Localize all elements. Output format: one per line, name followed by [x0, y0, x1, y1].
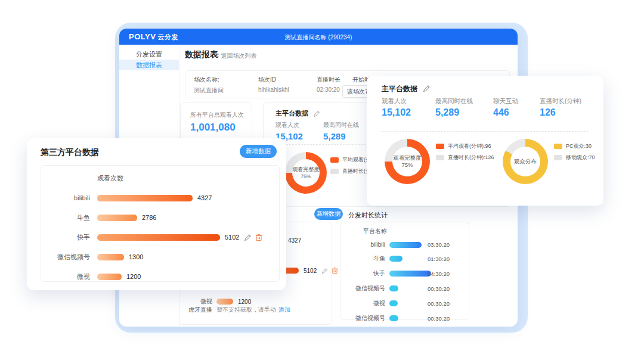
huya-add-link[interactable]: 添加 [278, 306, 290, 314]
total-viewers-label: 所有平台总观看人次 [190, 111, 244, 119]
platform-name-header: 平台名称 [363, 227, 387, 235]
delete-icon[interactable] [332, 267, 338, 274]
delete-icon[interactable] [255, 234, 262, 241]
divider [382, 131, 589, 132]
bar-track [389, 271, 428, 277]
stat-value: 446 [493, 107, 540, 118]
bar-track [389, 256, 428, 262]
stat-label: 观看人次 [275, 121, 323, 129]
bar [389, 285, 398, 291]
bar-row: 快手 5102 [41, 234, 279, 241]
legend-item: 移动观众:70 [554, 154, 595, 162]
platform-label: 微信视频号 [340, 314, 385, 322]
legend-swatch [436, 155, 444, 160]
bar [97, 234, 220, 241]
bar-value: 4327 [288, 237, 301, 244]
duration-row: 斗鱼 01:30:20 [340, 254, 469, 263]
duration-row: 微信视频号 00:30:20 [340, 284, 469, 293]
bar [389, 300, 398, 306]
platform-label: 微信视频号 [41, 253, 90, 262]
bar [97, 215, 137, 221]
bar-row: 斗鱼 2786 [41, 214, 279, 221]
legend-swatch [330, 157, 339, 163]
bar-value: 1300 [129, 253, 143, 260]
main-platform-card-title: 主平台数据 [275, 109, 308, 118]
live-duration-label: 直播时长 [317, 76, 340, 84]
back-to-session-list-link[interactable]: < 返回场次列表 [216, 52, 257, 60]
bar [97, 195, 193, 201]
duration-section-title: 分发时长统计 [348, 211, 388, 220]
duration-row: 快手 04:30:20 [340, 269, 469, 278]
bar-value: 5102 [304, 268, 317, 274]
huya-label: 虎牙直播 [179, 306, 212, 314]
duration-value: 00:30:20 [428, 285, 450, 292]
legend-swatch [554, 155, 562, 160]
platform-label: 快手 [340, 269, 385, 278]
bar-row: 微视 1200 [179, 297, 332, 306]
bar-value: 5102 [225, 234, 239, 241]
bar-value: 1200 [126, 273, 141, 280]
edit-icon[interactable] [244, 234, 252, 241]
duration-row: bilibili 03:30:20 [340, 241, 469, 248]
stat-column: 观看人次 15,102 [275, 121, 323, 141]
session-name-value: 测试直播间 [194, 86, 224, 95]
audience-distribution-donut: 观众分布 [503, 139, 548, 184]
donut-center-line1: 观众分布 [514, 158, 537, 165]
bar [389, 271, 431, 277]
add-data-button[interactable]: 新增数据 [240, 145, 277, 158]
watch-completion-donut: 观看完整度 75% [285, 152, 327, 194]
legend-item: PC观众:30 [554, 142, 595, 150]
bar [97, 274, 122, 280]
legend-swatch [554, 144, 562, 149]
overlay-main-stats: 观看人次 15,102 最高同时在线 5,289 聊天互动 446 直播时长(分… [382, 97, 581, 118]
duration-value: 01:30:20 [428, 256, 450, 262]
legend-text: 移动观众:70 [566, 154, 595, 162]
bar [389, 242, 422, 248]
duration-value: 00:30:20 [428, 315, 450, 322]
donut-center-line2: 75% [401, 162, 413, 169]
donut-center-label: 观众分布 [503, 139, 548, 184]
stat-label: 观看人次 [382, 97, 435, 105]
huya-note-row: 虎牙直播 暂不支持获取，请手动 添加 [179, 306, 290, 314]
page-title: 数据报表 [185, 49, 218, 60]
stat-column: 最高同时在线 5,289 [323, 121, 359, 141]
add-data-button[interactable]: 新增数据 [314, 208, 343, 220]
platform-label: bilibili [340, 241, 385, 248]
platform-label: 快手 [41, 233, 90, 242]
edit-icon[interactable] [313, 109, 320, 120]
bar [389, 256, 402, 262]
legend-text: PC观众:30 [566, 142, 592, 150]
window-header: POLYV云分发 测试直播间名称 (290234) [119, 29, 518, 45]
platform-label: 微视 [41, 272, 90, 281]
bar-track [389, 315, 428, 321]
bar [97, 254, 124, 260]
bar-row: 微视 1200 [41, 273, 279, 280]
total-viewers-value: 1,001,080 [190, 122, 236, 134]
stat-label: 最高同时在线 [323, 121, 359, 129]
session-name-label: 场次名称: [194, 76, 219, 84]
overlay-main-title: 主平台数据 [382, 84, 417, 94]
bar-value: 1200 [238, 299, 251, 305]
stat-column: 聊天互动 446 [493, 97, 540, 118]
stat-label: 直播时长(分钟) [540, 97, 581, 105]
legend-item: 直播时长(分钟):126 [436, 154, 494, 162]
duration-row: 微视 00:30:20 [340, 299, 469, 308]
stat-value: 5,289 [435, 107, 493, 118]
stat-column: 直播时长(分钟) 126 [540, 97, 581, 118]
edit-icon[interactable] [321, 268, 328, 274]
legend-item: 平均观看(分钟):96 [436, 142, 494, 150]
sidebar-item-data-report[interactable]: 数据报表 [119, 60, 179, 70]
session-id-value: hlhlkahlskhl [258, 86, 289, 93]
legend-swatch [330, 169, 339, 174]
platform-label: 微视 [179, 297, 212, 306]
bar-row: 微信视频号 1300 [41, 253, 279, 260]
legend-swatch [436, 144, 444, 149]
main-platform-overlay-card: 主平台数据 观看人次 15,102 最高同时在线 5,289 聊天互动 446 … [367, 76, 603, 206]
watch-completion-legend: 平均观看(分钟):96 直播时长(分钟):126 [436, 142, 494, 162]
sidebar-item-distribution-settings[interactable]: 分发设置 [119, 49, 179, 60]
stat-value: 5,289 [323, 131, 359, 141]
platform-label: bilibili [41, 194, 90, 201]
bar-track [389, 300, 428, 306]
duration-value: 04:30:20 [428, 271, 450, 277]
edit-icon[interactable] [423, 84, 431, 95]
